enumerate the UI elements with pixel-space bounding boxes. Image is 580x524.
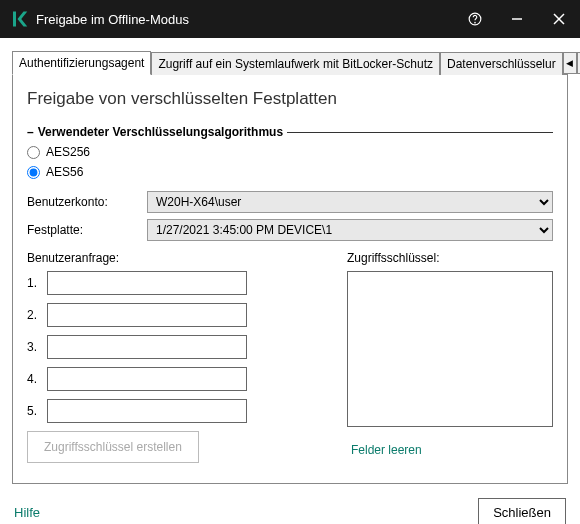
window-title: Freigabe im Offline-Modus bbox=[36, 12, 454, 27]
radio-aes256-input[interactable] bbox=[27, 146, 40, 159]
disk-label: Festplatte: bbox=[27, 223, 147, 237]
help-button[interactable] bbox=[454, 0, 496, 38]
disk-select[interactable]: 1/27/2021 3:45:00 PM DEVICE\1 bbox=[147, 219, 553, 241]
request-input-4[interactable] bbox=[47, 367, 247, 391]
request-input-5[interactable] bbox=[47, 399, 247, 423]
account-label: Benutzerkonto: bbox=[27, 195, 147, 209]
footer: Hilfe Schließen bbox=[0, 484, 580, 524]
algorithm-group-label: Verwendeter Verschlüsselungsalgorithmus bbox=[38, 125, 283, 139]
tab-data-encryption[interactable]: Datenverschlüsselur bbox=[440, 52, 563, 75]
titlebar: Freigabe im Offline-Modus bbox=[0, 0, 580, 38]
tab-bitlocker[interactable]: Zugriff auf ein Systemlaufwerk mit BitLo… bbox=[151, 52, 440, 75]
close-window-button[interactable] bbox=[538, 0, 580, 38]
app-logo-icon bbox=[10, 10, 28, 28]
clear-fields-button[interactable]: Felder leeren bbox=[347, 435, 426, 465]
request-input-3[interactable] bbox=[47, 335, 247, 359]
tab-scroll-left[interactable]: ◀ bbox=[563, 52, 577, 74]
tab-auth-agent[interactable]: Authentifizierungsagent bbox=[12, 51, 151, 75]
radio-aes256[interactable]: AES256 bbox=[27, 145, 553, 159]
page-title: Freigabe von verschlüsselten Festplatten bbox=[27, 89, 553, 109]
account-select[interactable]: W20H-X64\user bbox=[147, 191, 553, 213]
tab-panel: Freigabe von verschlüsselten Festplatten… bbox=[12, 75, 568, 484]
close-button[interactable]: Schließen bbox=[478, 498, 566, 524]
svg-point-1 bbox=[475, 22, 476, 23]
create-key-button[interactable]: Zugriffsschlüssel erstellen bbox=[27, 431, 199, 463]
radio-aes56[interactable]: AES56 bbox=[27, 165, 553, 179]
access-key-label: Zugriffsschlüssel: bbox=[347, 251, 553, 265]
request-input-1[interactable] bbox=[47, 271, 247, 295]
request-input-2[interactable] bbox=[47, 303, 247, 327]
algorithm-group: – Verwendeter Verschlüsselungsalgorithmu… bbox=[27, 125, 553, 179]
help-link[interactable]: Hilfe bbox=[14, 505, 40, 520]
minimize-button[interactable] bbox=[496, 0, 538, 38]
request-label: Benutzeranfrage: bbox=[27, 251, 327, 265]
tab-strip: Authentifizierungsagent Zugriff auf ein … bbox=[12, 50, 568, 75]
access-key-output bbox=[347, 271, 553, 427]
radio-aes56-input[interactable] bbox=[27, 166, 40, 179]
